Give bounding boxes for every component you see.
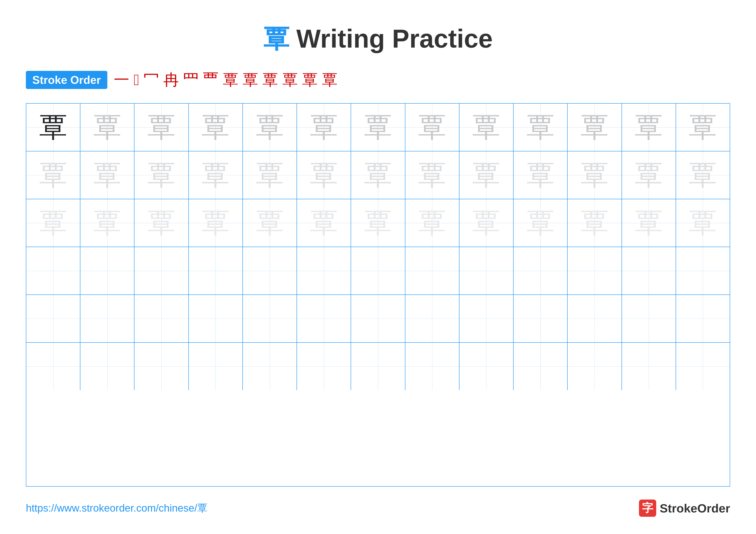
grid-cell[interactable] [134,343,189,390]
grid-cell[interactable]: 覃 [676,151,730,199]
grid-cell[interactable]: 覃 [351,104,405,151]
grid-cell[interactable] [80,247,134,294]
grid-cell[interactable] [622,343,676,390]
practice-char: 覃 [526,204,554,242]
grid-cell[interactable]: 覃 [459,151,514,199]
grid-cell[interactable]: 覃 [80,151,134,199]
grid-cell[interactable] [189,343,243,390]
page-title: 覃 Writing Practice [263,21,493,57]
grid-cell[interactable]: 覃 [189,104,243,151]
grid-cell[interactable] [297,343,351,390]
grid-cell[interactable]: 覃 [622,199,676,247]
grid-cell[interactable]: 覃 [514,199,568,247]
grid-cell[interactable] [568,247,622,294]
practice-char: 覃 [93,156,121,194]
grid-cell[interactable]: 覃 [676,104,730,151]
practice-char: 覃 [93,204,121,242]
grid-cell[interactable] [243,295,297,342]
grid-cell[interactable]: 覃 [189,199,243,247]
grid-cell[interactable]: 覃 [459,199,514,247]
grid-cell[interactable] [568,343,622,390]
grid-cell[interactable]: 覃 [134,104,189,151]
grid-cell[interactable]: 覃 [514,104,568,151]
grid-cell[interactable]: 覃 [405,199,459,247]
grid-cell[interactable]: 覃 [568,151,622,199]
practice-char: 覃 [635,108,663,146]
grid-cell[interactable] [405,343,459,390]
grid-cell[interactable] [405,295,459,342]
footer-url[interactable]: https://www.strokeorder.com/chinese/覃 [26,501,207,515]
practice-char: 覃 [202,108,230,146]
grid-cell[interactable] [514,343,568,390]
grid-cell[interactable]: 覃 [351,151,405,199]
grid-cell[interactable] [514,295,568,342]
grid-cell[interactable]: 覃 [134,199,189,247]
grid-cell[interactable]: 覃 [514,151,568,199]
grid-cell[interactable] [405,247,459,294]
footer: https://www.strokeorder.com/chinese/覃 字 … [26,499,730,517]
grid-cell[interactable] [568,295,622,342]
grid-cell[interactable]: 覃 [351,199,405,247]
grid-row-4 [26,247,730,295]
grid-cell[interactable]: 覃 [243,104,297,151]
grid-cell[interactable] [622,295,676,342]
grid-cell[interactable] [676,295,730,342]
practice-char: 覃 [689,156,717,194]
grid-cell[interactable] [297,247,351,294]
practice-char: 覃 [39,156,67,194]
practice-char: 覃 [635,156,663,194]
grid-cell[interactable] [134,295,189,342]
grid-cell[interactable]: 覃 [459,104,514,151]
grid-cell[interactable]: 覃 [405,151,459,199]
grid-cell[interactable] [26,343,80,390]
grid-cell[interactable] [459,295,514,342]
grid-cell[interactable]: 覃 [405,104,459,151]
grid-cell[interactable] [26,247,80,294]
grid-cell[interactable]: 覃 [622,104,676,151]
practice-char: 覃 [364,108,392,146]
stroke-order-row: Stroke Order 一 𠃌 冖 冉 罒 覀 覃 覃 覃 覃 覃 覃 [26,69,730,90]
practice-char: 覃 [39,204,67,242]
grid-cell[interactable] [243,247,297,294]
grid-cell[interactable] [351,295,405,342]
grid-cell[interactable]: 覃 [297,199,351,247]
practice-char: 覃 [418,108,446,146]
grid-cell[interactable]: 覃 [134,151,189,199]
grid-cell[interactable]: 覃 [189,151,243,199]
grid-cell[interactable] [134,247,189,294]
footer-logo: 字 StrokeOrder [639,499,730,517]
practice-char: 覃 [526,156,554,194]
grid-cell[interactable] [459,343,514,390]
grid-cell[interactable]: 覃 [243,151,297,199]
grid-cell[interactable] [351,343,405,390]
grid-cell[interactable] [80,343,134,390]
grid-cell[interactable]: 覃 [26,151,80,199]
grid-cell[interactable] [514,247,568,294]
grid-cell[interactable]: 覃 [297,104,351,151]
grid-cell[interactable]: 覃 [26,104,80,151]
grid-cell[interactable] [622,247,676,294]
grid-cell[interactable] [297,295,351,342]
grid-cell[interactable] [351,247,405,294]
practice-char: 覃 [526,108,554,146]
grid-cell[interactable] [243,343,297,390]
grid-cell[interactable]: 覃 [243,199,297,247]
grid-cell[interactable] [676,247,730,294]
grid-cell[interactable]: 覃 [676,199,730,247]
grid-cell[interactable] [80,295,134,342]
grid-cell[interactable] [676,343,730,390]
grid-cell[interactable] [189,295,243,342]
grid-cell[interactable] [459,247,514,294]
grid-cell[interactable]: 覃 [80,104,134,151]
practice-char: 覃 [93,108,121,146]
stroke-4: 冉 [163,69,179,90]
grid-cell[interactable] [189,247,243,294]
grid-cell[interactable]: 覃 [297,151,351,199]
grid-cell[interactable]: 覃 [26,199,80,247]
grid-cell[interactable]: 覃 [622,151,676,199]
grid-cell[interactable]: 覃 [568,199,622,247]
practice-char: 覃 [364,204,392,242]
grid-cell[interactable]: 覃 [80,199,134,247]
grid-cell[interactable] [26,295,80,342]
grid-cell[interactable]: 覃 [568,104,622,151]
